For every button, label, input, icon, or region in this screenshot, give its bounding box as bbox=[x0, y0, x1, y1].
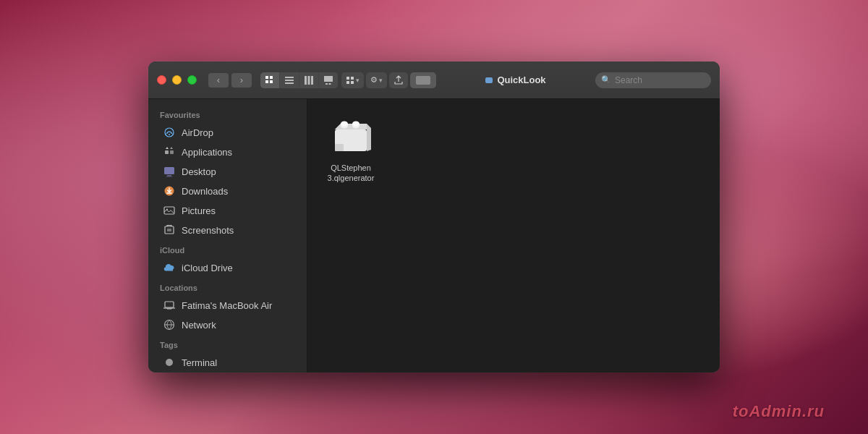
sidebar-item-screenshots-label: Screenshots bbox=[182, 225, 234, 236]
screenshots-icon bbox=[163, 224, 176, 237]
sidebar-item-macbook-air[interactable]: Fatima's MacBook Air bbox=[151, 296, 304, 315]
list-view-button[interactable] bbox=[280, 72, 299, 88]
sidebar-item-pictures-label: Pictures bbox=[182, 205, 216, 216]
gallery-view-button[interactable] bbox=[319, 72, 338, 88]
svg-marker-34 bbox=[367, 124, 371, 151]
sidebar: Favourites AirDrop Applications Desktop bbox=[148, 99, 307, 373]
downloads-icon bbox=[163, 184, 176, 197]
lego-plugin-icon bbox=[331, 116, 371, 157]
sidebar-item-applications[interactable]: Applications bbox=[151, 142, 304, 161]
file-icon-wrapper bbox=[328, 114, 374, 160]
watermark: toAdmin.ru bbox=[733, 402, 825, 421]
applications-icon bbox=[163, 145, 176, 158]
sidebar-item-downloads-label: Downloads bbox=[182, 186, 228, 197]
back-button[interactable]: ‹ bbox=[208, 73, 229, 88]
svg-rect-19 bbox=[165, 150, 169, 154]
svg-rect-2 bbox=[265, 80, 268, 83]
titlebar-center: QuickLook bbox=[436, 75, 595, 85]
svg-rect-10 bbox=[324, 76, 333, 82]
back-icon: ‹ bbox=[217, 75, 220, 85]
close-button[interactable] bbox=[157, 75, 166, 85]
svg-rect-11 bbox=[326, 83, 328, 85]
sidebar-item-macbook-label: Fatima's MacBook Air bbox=[182, 300, 272, 311]
maximize-button[interactable] bbox=[187, 75, 197, 85]
sidebar-item-screenshots[interactable]: Screenshots bbox=[151, 221, 304, 239]
sidebar-item-desktop-label: Desktop bbox=[182, 166, 216, 177]
sidebar-item-applications-label: Applications bbox=[182, 147, 232, 158]
search-placeholder: Search bbox=[615, 75, 642, 85]
folder-icon bbox=[485, 77, 493, 83]
minimize-button[interactable] bbox=[172, 75, 182, 85]
svg-marker-33 bbox=[335, 124, 367, 129]
svg-rect-21 bbox=[164, 167, 174, 174]
sidebar-item-airdrop[interactable]: AirDrop bbox=[151, 123, 304, 142]
desktop-icon bbox=[163, 165, 176, 178]
dropdown-chevron-icon: ▾ bbox=[356, 77, 359, 84]
network-icon bbox=[163, 318, 176, 331]
window-body: Favourites AirDrop Applications Desktop bbox=[148, 99, 720, 373]
icon-view-button[interactable] bbox=[260, 72, 279, 88]
sidebar-item-terminal-label: Terminal bbox=[182, 357, 217, 368]
svg-rect-28 bbox=[167, 229, 171, 231]
share-button[interactable] bbox=[389, 72, 408, 88]
sidebar-item-network-label: Network bbox=[182, 320, 216, 331]
file-name-qlstephen: QLStephen3.qlgenerator bbox=[328, 163, 375, 184]
actions-button[interactable]: ⚙ ▾ bbox=[366, 72, 387, 88]
sidebar-item-terminal-tag[interactable]: Terminal bbox=[151, 353, 304, 372]
macbook-icon bbox=[163, 299, 176, 312]
sidebar-item-network[interactable]: Network bbox=[151, 315, 304, 334]
sidebar-icloud-label: iCloud bbox=[148, 240, 307, 258]
forward-icon: › bbox=[240, 75, 243, 85]
svg-rect-0 bbox=[265, 76, 268, 79]
svg-rect-22 bbox=[167, 175, 171, 176]
svg-rect-5 bbox=[285, 80, 294, 81]
sidebar-locations-label: Locations bbox=[148, 278, 307, 295]
sidebar-item-downloads[interactable]: Downloads bbox=[151, 182, 304, 200]
svg-point-40 bbox=[352, 122, 359, 127]
svg-rect-6 bbox=[285, 82, 294, 84]
titlebar: ‹ › bbox=[148, 61, 720, 99]
search-icon: 🔍 bbox=[601, 75, 611, 85]
traffic-lights bbox=[157, 75, 197, 85]
svg-point-37 bbox=[341, 122, 348, 127]
finder-window: ‹ › bbox=[148, 61, 720, 373]
svg-rect-13 bbox=[346, 77, 349, 80]
svg-rect-41 bbox=[335, 144, 344, 151]
icloud-drive-icon bbox=[163, 261, 176, 274]
svg-rect-23 bbox=[166, 176, 173, 177]
sidebar-item-icloud-drive[interactable]: iCloud Drive bbox=[151, 258, 304, 277]
main-content: QLStephen3.qlgenerator bbox=[307, 99, 720, 373]
svg-rect-16 bbox=[351, 81, 354, 84]
actions-chevron-icon: ▾ bbox=[379, 77, 383, 84]
svg-rect-8 bbox=[308, 76, 310, 85]
sidebar-favourites-label: Favourites bbox=[148, 105, 307, 122]
nav-buttons: ‹ › bbox=[208, 73, 252, 88]
search-box[interactable]: 🔍 Search bbox=[595, 72, 711, 88]
gear-icon: ⚙ bbox=[370, 75, 378, 85]
forward-button[interactable]: › bbox=[231, 73, 252, 88]
svg-rect-15 bbox=[346, 81, 349, 84]
sidebar-item-airdrop-label: AirDrop bbox=[182, 127, 213, 138]
view-mode-group bbox=[260, 72, 338, 88]
svg-rect-9 bbox=[311, 76, 313, 85]
svg-rect-29 bbox=[165, 302, 174, 307]
view-options-dropdown[interactable]: ▾ bbox=[341, 72, 364, 88]
sidebar-item-icloud-drive-label: iCloud Drive bbox=[182, 263, 233, 273]
quicklook-icon bbox=[416, 76, 430, 85]
svg-rect-14 bbox=[351, 77, 354, 80]
column-view-button[interactable] bbox=[299, 72, 318, 88]
file-item-qlstephen[interactable]: QLStephen3.qlgenerator bbox=[322, 114, 380, 184]
sidebar-item-pictures[interactable]: Pictures bbox=[151, 201, 304, 220]
svg-rect-20 bbox=[170, 150, 174, 154]
files-area: QLStephen3.qlgenerator bbox=[307, 99, 720, 373]
svg-point-17 bbox=[165, 128, 174, 137]
svg-point-18 bbox=[169, 134, 170, 135]
svg-rect-4 bbox=[285, 77, 294, 78]
pictures-icon bbox=[163, 204, 176, 217]
sidebar-item-desktop[interactable]: Desktop bbox=[151, 162, 304, 181]
svg-rect-1 bbox=[270, 76, 273, 79]
svg-rect-3 bbox=[270, 80, 273, 83]
quicklook-button[interactable] bbox=[410, 72, 436, 88]
svg-rect-7 bbox=[305, 76, 307, 85]
airdrop-icon bbox=[163, 126, 176, 139]
